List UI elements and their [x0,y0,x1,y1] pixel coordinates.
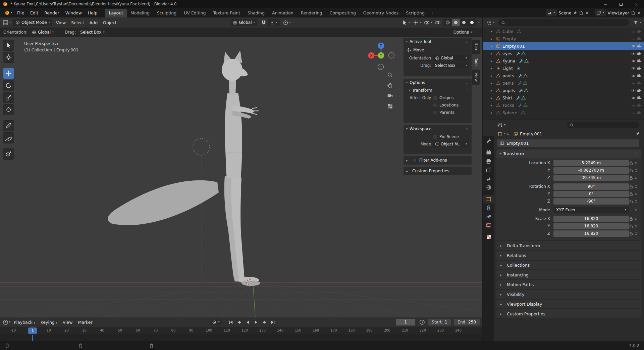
properties-tab-scene[interactable] [483,174,494,183]
eye-closed-icon[interactable] [631,103,636,107]
properties-tab-object-data[interactable] [483,221,494,230]
pin-scene-checkbox[interactable] [433,135,437,139]
expand-icon[interactable]: ▸ [491,59,495,63]
sidebar-drag-dropdown[interactable]: Select Box▾ [433,62,469,69]
lock-icon[interactable] [629,199,633,204]
outliner-item-kyuna[interactable]: ▸Kyuna [483,57,644,64]
outliner-filter-icon[interactable] [633,20,639,26]
sidebar-custom-properties-panel[interactable]: ▸Custom Properties [404,167,472,175]
outliner-item-cube[interactable]: ▸Cube [483,28,644,35]
camera-view-icon[interactable] [387,93,393,99]
selectability-icon[interactable] [402,20,408,26]
animate-property-dot[interactable] [633,225,639,227]
viewport-menu-object[interactable]: Object [100,19,119,26]
toggle-ortho-icon[interactable] [387,103,393,109]
y-field[interactable]: 16.820 [553,223,629,229]
shading-rendered-icon[interactable] [468,19,476,26]
pin-scene-icon[interactable] [573,11,577,15]
add-workspace-button[interactable]: + [428,10,437,16]
breadcrumb-object-name[interactable]: Empty.001 [520,131,542,136]
tool-scale[interactable] [3,92,14,103]
workspace-tab-texture-paint[interactable]: Texture Paint [209,9,244,17]
lock-icon[interactable] [629,217,633,221]
animate-property-dot[interactable] [633,185,639,188]
expand-icon[interactable]: ▸ [491,37,495,41]
workspace-tab-uv-editing[interactable]: UV Editing [180,9,209,17]
frame-end-field[interactable]: End250 [454,319,480,325]
properties-tab-constraints[interactable] [483,204,494,212]
unlink-scene-icon[interactable] [585,11,589,15]
sidebar-tab-item[interactable]: Item [472,40,480,54]
outliner-item-empty.001[interactable]: ▸Empty.001 [483,42,644,50]
workspace-tab-modeling[interactable]: Modeling [127,9,153,17]
expand-icon[interactable]: ▸ [491,96,495,100]
outliner-item-eyes[interactable]: ▸eyes [483,50,644,57]
close-button[interactable] [629,0,644,8]
workspace-tab-shading[interactable]: Shading [244,9,268,17]
properties-tab-texture[interactable] [483,233,494,242]
proportional-edit-icon[interactable] [283,20,288,26]
animate-property-dot[interactable] [633,162,639,164]
options-panel-header[interactable]: ▾Options∷ [404,79,472,87]
options-button[interactable]: Options [453,30,469,35]
mode-dropdown[interactable]: Object Mode▾ [13,19,52,26]
panel-delta-transform[interactable]: ▸Delta Transform [496,241,641,250]
tool-measure[interactable] [3,132,14,143]
transform-subpanel-header[interactable]: ▾Transform∷ [404,87,472,94]
panel-instancing[interactable]: ▸Instancing [496,270,641,279]
animate-property-dot[interactable] [633,177,639,179]
prev-keyframe-button[interactable] [235,319,243,325]
snap-toggle-icon[interactable] [261,20,267,26]
tool-select-box[interactable] [3,40,14,51]
animate-property-dot[interactable] [633,218,639,220]
panel-relations[interactable]: ▸Relations [496,251,641,260]
maximize-button[interactable] [613,0,629,8]
z-field[interactable]: -90° [553,198,629,205]
filter-addons-checkbox[interactable] [412,158,417,163]
camera-visibility-icon[interactable] [637,66,641,71]
outliner-item-penis[interactable]: ▸penis [483,79,644,87]
eye-open-icon[interactable] [631,51,636,56]
z-field[interactable]: 39.745 m [553,175,629,181]
outliner-item-sphere[interactable]: ▸Sphere [483,109,644,116]
object-name-field[interactable]: Empty.001 [497,139,639,147]
shading-material-preview-icon[interactable] [460,19,468,26]
play-reverse-button[interactable] [244,319,252,325]
minimize-button[interactable] [598,0,613,8]
camera-visibility-icon[interactable] [637,74,641,78]
eye-open-icon[interactable] [631,44,636,48]
eye-open-icon[interactable] [631,66,636,71]
pan-hand-icon[interactable] [387,82,393,88]
expand-icon[interactable]: ▸ [491,81,495,85]
auto-keying-button[interactable]: ▾ [210,319,221,325]
animate-property-dot[interactable] [633,232,639,235]
play-button[interactable] [252,319,260,325]
scene-selector[interactable]: ▾ Scene [546,9,589,16]
properties-tab-view-layer[interactable] [483,166,494,174]
origins-checkbox[interactable] [433,96,437,100]
axis-minus-x-ball[interactable] [389,53,394,58]
next-keyframe-button[interactable] [261,319,268,325]
xray-toggle-icon[interactable] [435,20,441,26]
menu-help[interactable]: Help [85,9,101,17]
eye-open-icon[interactable] [631,59,636,63]
outliner-search-input[interactable] [498,19,629,26]
camera-visibility-icon[interactable] [637,103,641,107]
properties-tab-output[interactable] [483,157,494,166]
workspace-panel-header[interactable]: ▾Workspace∷ [404,125,472,133]
current-frame-marker[interactable]: 1 [28,327,37,334]
menu-window[interactable]: Window [62,9,85,17]
panel-collections[interactable]: ▸Collections [496,261,641,269]
expand-icon[interactable]: ▸ [491,111,495,115]
lock-icon[interactable] [629,224,633,228]
eye-closed-icon[interactable] [631,81,636,85]
show-gizmo-icon[interactable] [413,20,419,26]
camera-visibility-icon[interactable] [637,29,641,34]
pin-id-icon[interactable] [636,132,640,136]
timeline-menu-view[interactable]: View [60,319,75,326]
navigation-gizmo[interactable]: Z X Y [366,38,396,71]
camera-visibility-icon[interactable] [637,111,641,115]
tool-transform[interactable] [3,104,14,115]
workspace-tab-geometry-nodes[interactable]: Geometry Nodes [360,9,402,17]
lock-icon[interactable] [629,176,633,180]
